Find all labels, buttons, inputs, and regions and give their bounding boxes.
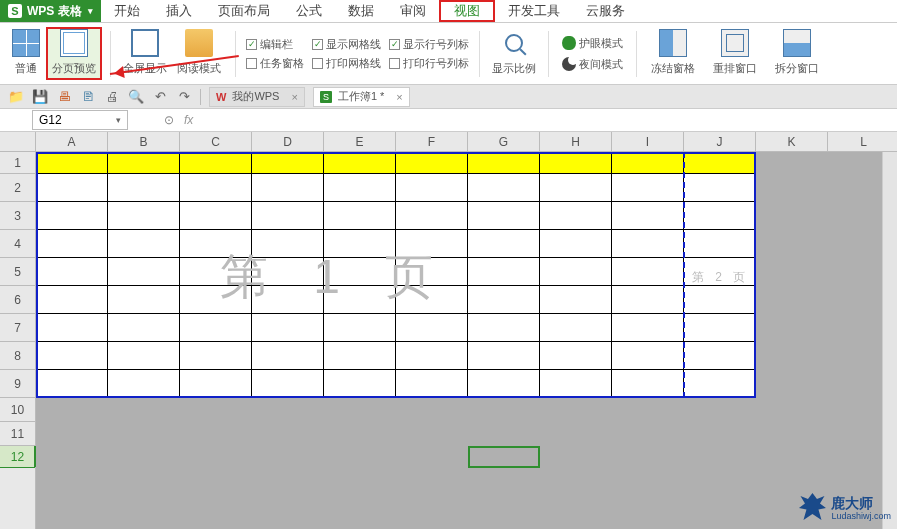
cell[interactable] [684,342,756,370]
cell[interactable] [684,174,756,202]
doc-tab-workbook[interactable]: S 工作簿1 * × [313,87,410,107]
cell[interactable] [684,446,756,468]
cell[interactable] [180,174,252,202]
cell[interactable] [396,422,468,446]
cell[interactable] [612,446,684,468]
cell[interactable] [108,286,180,314]
cell[interactable] [324,314,396,342]
cell[interactable] [108,446,180,468]
cell[interactable] [756,202,828,230]
cell[interactable] [36,152,108,174]
cell[interactable] [252,398,324,422]
cell[interactable] [108,398,180,422]
cell[interactable] [468,314,540,342]
cell[interactable] [612,230,684,258]
row-header-11[interactable]: 11 [0,422,35,446]
col-header-K[interactable]: K [756,132,828,151]
cell[interactable] [612,152,684,174]
cell[interactable] [756,342,828,370]
cell[interactable] [468,342,540,370]
cell[interactable] [324,286,396,314]
cell[interactable] [108,258,180,286]
cell[interactable] [468,370,540,398]
cell[interactable] [252,230,324,258]
name-box[interactable]: G12 ▾ [32,110,128,130]
cell[interactable] [540,446,612,468]
doc-tab-mywps[interactable]: W 我的WPS × [209,87,305,107]
cell[interactable] [684,370,756,398]
cell[interactable] [468,258,540,286]
row-header-12[interactable]: 12 [0,446,35,468]
cell[interactable] [756,446,828,468]
view-page-break-button[interactable]: 分页预览 [46,27,102,80]
row-header-4[interactable]: 4 [0,230,35,258]
cell[interactable] [36,314,108,342]
qat-find-icon[interactable]: 🔍 [128,89,144,105]
col-header-L[interactable]: L [828,132,897,151]
col-header-J[interactable]: J [684,132,756,151]
cell[interactable] [252,446,324,468]
cell[interactable] [468,152,540,174]
chevron-down-icon[interactable]: ▾ [116,115,121,125]
cell[interactable] [684,152,756,174]
chk-print-headings[interactable]: 打印行号列标 [389,56,469,71]
cell[interactable] [756,422,828,446]
cell[interactable] [180,202,252,230]
cell[interactable] [324,342,396,370]
cell[interactable] [612,314,684,342]
cell[interactable] [36,174,108,202]
cell[interactable] [468,286,540,314]
cell[interactable] [468,174,540,202]
cell[interactable] [540,202,612,230]
cell[interactable] [540,152,612,174]
cell[interactable] [684,202,756,230]
qat-print2-icon[interactable]: 🖨 [104,89,120,105]
cell[interactable] [396,342,468,370]
chk-print-grid[interactable]: 打印网格线 [312,56,381,71]
cell[interactable] [180,370,252,398]
cell[interactable] [612,202,684,230]
cell[interactable] [540,314,612,342]
cell[interactable] [108,342,180,370]
cell[interactable] [684,258,756,286]
row-header-10[interactable]: 10 [0,398,35,422]
cell[interactable] [36,230,108,258]
col-header-E[interactable]: E [324,132,396,151]
cell[interactable] [540,422,612,446]
qat-preview-icon[interactable]: 🖹 [80,89,96,105]
chk-formula-bar[interactable]: ✓编辑栏 [246,37,304,52]
cell[interactable] [324,258,396,286]
col-header-A[interactable]: A [36,132,108,151]
view-normal-button[interactable]: 普通 [6,29,46,78]
cell[interactable] [684,398,756,422]
cell[interactable] [396,152,468,174]
menu-tab-developer[interactable]: 开发工具 [495,0,573,22]
col-header-D[interactable]: D [252,132,324,151]
menu-tab-cloud[interactable]: 云服务 [573,0,638,22]
cell[interactable] [108,152,180,174]
eye-care-button[interactable]: 护眼模式 [559,35,626,52]
row-header-7[interactable]: 7 [0,314,35,342]
cell[interactable] [108,230,180,258]
cell[interactable] [396,446,468,468]
cell[interactable] [684,314,756,342]
fx-button[interactable]: ⊙ [160,113,178,127]
reading-mode-button[interactable]: 阅读模式 [171,29,227,78]
cell[interactable] [756,314,828,342]
cell[interactable] [396,174,468,202]
cell[interactable] [612,422,684,446]
row-header-3[interactable]: 3 [0,202,35,230]
vertical-scrollbar[interactable] [882,152,897,529]
cell[interactable] [756,174,828,202]
cell[interactable] [108,202,180,230]
col-header-B[interactable]: B [108,132,180,151]
cell[interactable] [540,370,612,398]
cell[interactable] [252,370,324,398]
cell[interactable] [324,152,396,174]
cell[interactable] [252,174,324,202]
col-header-H[interactable]: H [540,132,612,151]
night-mode-button[interactable]: 夜间模式 [559,56,626,73]
cell[interactable] [180,258,252,286]
cell[interactable] [108,174,180,202]
cell[interactable] [36,258,108,286]
